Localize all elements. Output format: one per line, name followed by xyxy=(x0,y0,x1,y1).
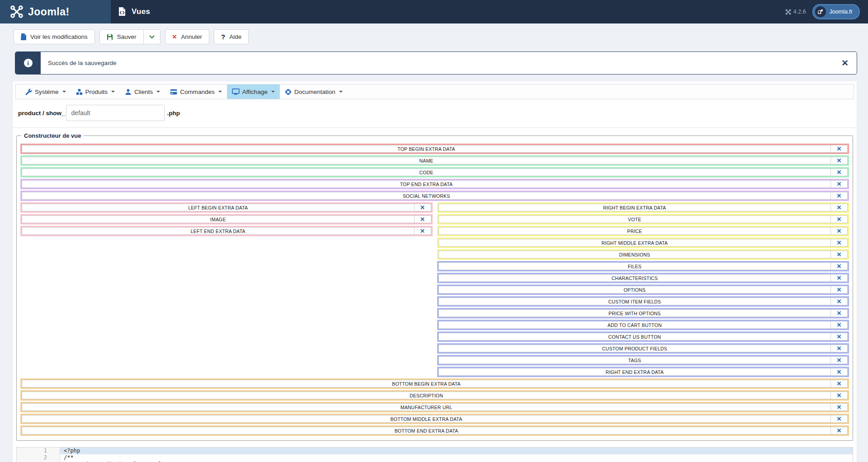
builder-block-label[interactable]: BOTTOM MIDDLE EXTRA DATA xyxy=(22,415,830,423)
code-line[interactable]: 1<?php xyxy=(17,448,853,454)
builder-block[interactable]: LEFT END EXTRA DATA✕ xyxy=(20,226,433,236)
builder-block-label[interactable]: RIGHT END EXTRA DATA xyxy=(439,368,831,376)
builder-block[interactable]: CODE✕ xyxy=(20,167,849,177)
builder-block[interactable]: BOTTOM END EXTRA DATA✕ xyxy=(20,425,849,436)
menu-item-clients[interactable]: Clients xyxy=(120,84,165,99)
remove-block-button[interactable]: ✕ xyxy=(830,251,848,258)
remove-block-button[interactable]: ✕ xyxy=(414,215,431,223)
builder-block[interactable]: RIGHT BEGIN EXTRA DATA✕ xyxy=(437,202,849,213)
builder-block[interactable]: CUSTOM ITEM FIELDS✕ xyxy=(437,296,849,307)
remove-block-button[interactable]: ✕ xyxy=(830,262,848,270)
remove-block-button[interactable]: ✕ xyxy=(830,403,848,411)
builder-block-label[interactable]: PRICE WITH OPTIONS xyxy=(439,309,831,317)
builder-block-label[interactable]: IMAGE xyxy=(22,215,414,223)
builder-block[interactable]: MANUFACTURER URL✕ xyxy=(20,402,849,412)
help-button[interactable]: ? Aide xyxy=(214,29,249,44)
builder-block-label[interactable]: NAME xyxy=(22,157,830,164)
builder-block[interactable]: IMAGE✕ xyxy=(20,214,433,224)
remove-block-button[interactable]: ✕ xyxy=(830,309,848,317)
builder-block[interactable]: PRICE WITH OPTIONS✕ xyxy=(437,308,849,318)
remove-block-button[interactable]: ✕ xyxy=(830,204,848,211)
builder-block[interactable]: TOP END EXTRA DATA✕ xyxy=(20,179,849,189)
builder-block[interactable]: SOCIAL NETWORKS✕ xyxy=(20,191,849,201)
builder-block[interactable]: DIMENSIONS✕ xyxy=(437,249,849,260)
builder-block-label[interactable]: LEFT BEGIN EXTRA DATA xyxy=(22,204,414,211)
builder-block-label[interactable]: CUSTOM ITEM FIELDS xyxy=(439,298,831,305)
builder-block-label[interactable]: VOTE xyxy=(439,215,831,223)
builder-block[interactable]: ADD TO CART BUTTON✕ xyxy=(437,320,849,330)
builder-block-label[interactable]: DIMENSIONS xyxy=(439,251,831,258)
builder-block-label[interactable]: LEFT END EXTRA DATA xyxy=(22,227,414,235)
filename-input[interactable] xyxy=(66,105,165,121)
builder-block-label[interactable]: BOTTOM END EXTRA DATA xyxy=(22,427,830,434)
menu-item-affichage[interactable]: Affichage xyxy=(227,84,280,99)
remove-block-button[interactable]: ✕ xyxy=(830,274,848,282)
builder-block-label[interactable]: RIGHT BEGIN EXTRA DATA xyxy=(439,204,831,211)
builder-block-label[interactable]: RIGHT MIDDLE EXTRA DATA xyxy=(439,239,831,247)
remove-block-button[interactable]: ✕ xyxy=(830,427,848,434)
code-line[interactable]: 2/** xyxy=(17,454,853,461)
builder-block[interactable]: TAGS✕ xyxy=(437,355,849,365)
builder-block[interactable]: LEFT BEGIN EXTRA DATA✕ xyxy=(20,202,433,213)
menu-item-commandes[interactable]: Commandes xyxy=(165,84,227,99)
builder-block[interactable]: VOTE✕ xyxy=(437,214,849,224)
remove-block-button[interactable]: ✕ xyxy=(830,180,848,188)
remove-block-button[interactable]: ✕ xyxy=(830,415,848,423)
remove-block-button[interactable]: ✕ xyxy=(830,239,848,247)
remove-block-button[interactable]: ✕ xyxy=(830,192,848,200)
builder-block[interactable]: CONTACT US BUTTON✕ xyxy=(437,331,849,342)
code-text[interactable]: /** xyxy=(60,454,853,461)
remove-block-button[interactable]: ✕ xyxy=(830,227,848,235)
builder-block[interactable]: DESCRIPTION✕ xyxy=(20,390,849,401)
remove-block-button[interactable]: ✕ xyxy=(830,321,848,329)
code-editor[interactable]: 1<?php2/**3 * @package HikaShop for Joom… xyxy=(16,447,853,462)
builder-block-label[interactable]: CONTACT US BUTTON xyxy=(439,333,831,341)
builder-block[interactable]: TOP BEGIN EXTRA DATA✕ xyxy=(20,144,849,154)
builder-block-label[interactable]: DESCRIPTION xyxy=(22,392,830,399)
builder-block[interactable]: CHARACTERISTICS✕ xyxy=(437,273,849,283)
remove-block-button[interactable]: ✕ xyxy=(830,168,848,176)
builder-block-label[interactable]: CHARACTERISTICS xyxy=(439,274,831,282)
builder-block[interactable]: RIGHT END EXTRA DATA✕ xyxy=(437,367,849,377)
builder-block[interactable]: FILES✕ xyxy=(437,261,849,271)
menu-item-documentation[interactable]: Documentation xyxy=(280,84,348,99)
remove-block-button[interactable]: ✕ xyxy=(830,380,848,387)
remove-block-button[interactable]: ✕ xyxy=(830,333,848,341)
builder-block-label[interactable]: OPTIONS xyxy=(439,286,831,294)
save-button[interactable]: Sauver xyxy=(99,29,144,44)
alert-close-button[interactable]: ✕ xyxy=(833,52,857,74)
remove-block-button[interactable]: ✕ xyxy=(414,204,431,211)
save-options-dropdown-button[interactable] xyxy=(144,29,160,44)
builder-block-label[interactable]: CUSTOM PRODUCT FIELDS xyxy=(439,345,831,352)
builder-block-label[interactable]: MANUFACTURER URL xyxy=(22,403,830,411)
menu-item-produits[interactable]: Produits xyxy=(71,84,120,99)
joomla-fr-link[interactable]: Joomla.fr xyxy=(812,4,860,19)
view-changes-button[interactable]: Voir les modifications xyxy=(14,29,95,44)
remove-block-button[interactable]: ✕ xyxy=(830,392,848,399)
builder-block-label[interactable]: PRICE xyxy=(439,227,831,235)
builder-block[interactable]: RIGHT MIDDLE EXTRA DATA✕ xyxy=(437,238,849,248)
remove-block-button[interactable]: ✕ xyxy=(830,286,848,294)
remove-block-button[interactable]: ✕ xyxy=(830,215,848,223)
remove-block-button[interactable]: ✕ xyxy=(830,368,848,376)
remove-block-button[interactable]: ✕ xyxy=(830,356,848,364)
joomla-brand[interactable]: Joomla! xyxy=(0,0,111,23)
builder-block-label[interactable]: TAGS xyxy=(439,356,831,364)
remove-block-button[interactable]: ✕ xyxy=(414,227,431,235)
builder-block-label[interactable]: SOCIAL NETWORKS xyxy=(22,192,830,200)
builder-block[interactable]: BOTTOM MIDDLE EXTRA DATA✕ xyxy=(20,414,849,424)
builder-block[interactable]: NAME✕ xyxy=(20,155,849,166)
builder-block-label[interactable]: BOTTOM BEGIN EXTRA DATA xyxy=(22,380,830,387)
builder-block[interactable]: BOTTOM BEGIN EXTRA DATA✕ xyxy=(20,378,849,389)
code-text[interactable]: <?php xyxy=(60,448,853,454)
builder-block[interactable]: PRICE✕ xyxy=(437,226,849,236)
remove-block-button[interactable]: ✕ xyxy=(830,345,848,352)
builder-block-label[interactable]: CODE xyxy=(22,168,830,176)
remove-block-button[interactable]: ✕ xyxy=(830,145,848,153)
builder-block-label[interactable]: ADD TO CART BUTTON xyxy=(439,321,831,329)
remove-block-button[interactable]: ✕ xyxy=(830,298,848,305)
cancel-button[interactable]: ✕ Annuler xyxy=(165,29,209,44)
builder-block-label[interactable]: TOP END EXTRA DATA xyxy=(22,180,830,188)
menu-item-système[interactable]: Système xyxy=(20,84,71,99)
builder-block-label[interactable]: FILES xyxy=(439,262,831,270)
